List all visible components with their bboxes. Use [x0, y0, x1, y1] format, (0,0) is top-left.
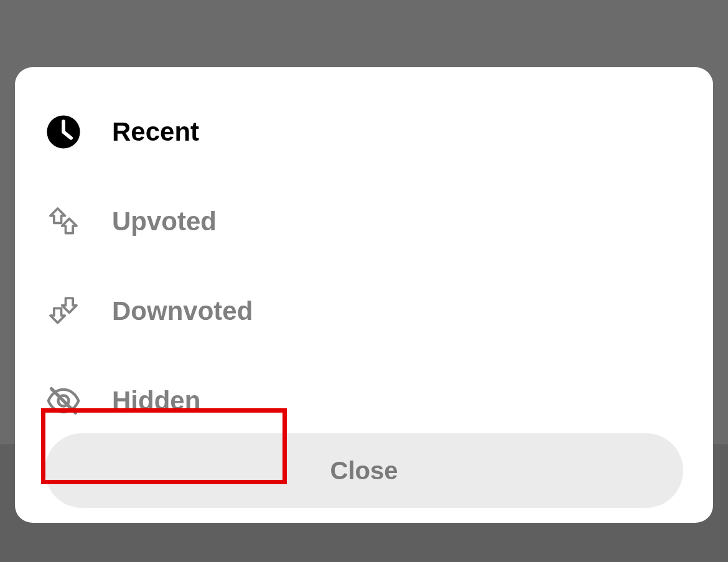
menu-list: Recent Upvoted Downvoted	[15, 67, 713, 446]
menu-item-recent[interactable]: Recent	[15, 87, 713, 177]
menu-item-hidden[interactable]: Hidden	[15, 356, 713, 446]
eye-off-icon	[45, 382, 82, 419]
upvote-icon	[45, 203, 82, 240]
bottom-sheet: Recent Upvoted Downvoted	[15, 67, 713, 523]
clock-icon	[45, 113, 82, 151]
menu-item-downvoted[interactable]: Downvoted	[15, 266, 713, 356]
downvote-icon	[45, 293, 82, 330]
menu-item-upvoted[interactable]: Upvoted	[15, 177, 713, 266]
close-button[interactable]: Close	[45, 433, 683, 508]
menu-item-label: Hidden	[112, 386, 200, 416]
menu-item-label: Recent	[112, 117, 199, 147]
menu-item-label: Upvoted	[112, 207, 217, 237]
menu-item-label: Downvoted	[112, 296, 253, 326]
